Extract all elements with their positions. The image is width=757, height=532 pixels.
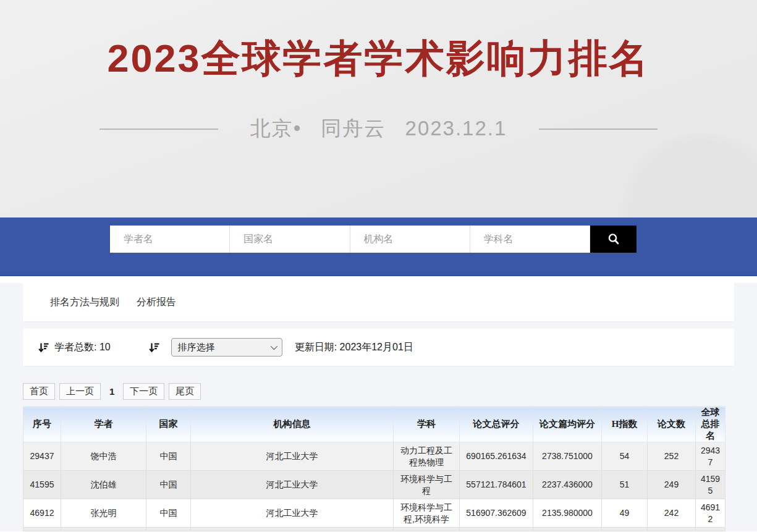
ranking-table-wrap: 序号学者国家机构信息学科论文总评分论文篇均评分H指数论文数全球总排名 29437… <box>23 406 734 531</box>
table-cell: 沈伯雄 <box>61 471 146 499</box>
column-header: 论文篇均评分 <box>533 407 602 442</box>
search-input-institution[interactable] <box>350 226 470 253</box>
table-row: 46912张光明中国河北工业大学环境科学与工程,环境科学516907.36260… <box>23 499 725 528</box>
table-cell: 41595 <box>696 471 725 499</box>
toolbar-card: 学者总数: 10 排序选择 更新日期: 2023年12月01日 <box>23 329 734 366</box>
table-cell: 54 <box>602 442 648 471</box>
pagination-next-button[interactable]: 下一页 <box>123 383 164 400</box>
table-cell <box>648 528 696 531</box>
banner: 2023全球学者学术影响力排名 北京• 同舟云 2023.12.1 <box>0 0 757 217</box>
column-header: 机构信息 <box>191 407 394 442</box>
search-input-scholar[interactable] <box>110 226 230 253</box>
search-input-country[interactable] <box>230 226 350 253</box>
table-cell: 46912 <box>23 499 61 528</box>
table-cell: 242 <box>648 499 696 528</box>
table-header-row: 序号学者国家机构信息学科论文总评分论文篇均评分H指数论文数全球总排名 <box>23 407 725 442</box>
table-cell <box>602 528 648 531</box>
column-header: 学者 <box>61 407 146 442</box>
table-cell: 饶中浩 <box>61 442 146 471</box>
sort-select[interactable]: 排序选择 <box>171 338 282 357</box>
table-cell: 河北工业大学 <box>191 499 394 528</box>
column-header: 序号 <box>23 407 61 442</box>
search-button[interactable] <box>590 226 636 253</box>
sort-descending-icon <box>38 342 49 353</box>
pagination: 首页 上一页 1 下一页 尾页 <box>23 383 734 400</box>
table-cell: 动力工程及工程热物理 <box>394 442 460 471</box>
table-cell: 2135.980000 <box>533 499 602 528</box>
banner-subtitle: 北京• 同舟云 2023.12.1 <box>0 115 757 143</box>
update-date: 更新日期: 2023年12月01日 <box>295 341 413 354</box>
table-cell: 557121.784601 <box>460 471 533 499</box>
table-cell: 49 <box>602 499 648 528</box>
scholar-total-value: 10 <box>99 342 111 352</box>
table-cell: 29437 <box>23 442 61 471</box>
update-date-value: 2023年12月01日 <box>340 342 413 352</box>
column-header: 国家 <box>146 407 191 442</box>
ranking-table: 序号学者国家机构信息学科论文总评分论文篇均评分H指数论文数全球总排名 29437… <box>23 406 725 531</box>
scholar-total: 学者总数: 10 <box>54 341 111 354</box>
nav-card: 排名方法与规则 分析报告 <box>23 283 734 321</box>
table-cell: 46912 <box>696 499 725 528</box>
table-cell: 690165.261634 <box>460 442 533 471</box>
table-cell: 2237.436000 <box>533 471 602 499</box>
column-header: 学科 <box>394 407 460 442</box>
subtitle-left-line <box>99 129 218 130</box>
table-cell: 51 <box>602 471 648 499</box>
column-header: 全球总排名 <box>696 407 725 442</box>
column-header: 论文数 <box>648 407 696 442</box>
table-cell: 516907.362609 <box>460 499 533 528</box>
search-band <box>0 217 757 276</box>
column-header: 论文总评分 <box>460 407 533 442</box>
table-cell <box>533 528 602 531</box>
content-area: 排名方法与规则 分析报告 学者总数: 10 排序选择 <box>0 283 757 532</box>
subtitle-right-line <box>539 129 658 130</box>
chevron-down-icon <box>270 343 277 350</box>
table-cell: 41595 <box>23 471 61 499</box>
table-cell <box>191 528 394 531</box>
table-cell: 中国 <box>146 499 191 528</box>
pagination-current-page: 1 <box>109 386 114 397</box>
pagination-prev-button[interactable]: 上一页 <box>59 383 101 400</box>
table-cell <box>23 528 61 531</box>
pagination-last-button[interactable]: 尾页 <box>169 383 201 400</box>
sort-select-value: 排序选择 <box>178 342 271 353</box>
banner-subtitle-text: 北京• 同舟云 2023.12.1 <box>250 115 507 143</box>
table-cell: 252 <box>648 442 696 471</box>
search-input-subject[interactable] <box>470 226 590 253</box>
search-icon <box>607 232 620 246</box>
nav-link-analysis-report[interactable]: 分析报告 <box>137 296 176 309</box>
table-row-partial <box>23 528 725 531</box>
table-cell: 河北工业大学 <box>191 442 394 471</box>
nav-link-ranking-method[interactable]: 排名方法与规则 <box>50 296 119 309</box>
table-cell: 环境科学与工程,环境科学 <box>394 499 460 528</box>
table-row: 41595沈伯雄中国河北工业大学环境科学与工程557121.7846012237… <box>23 471 725 499</box>
table-cell <box>61 528 146 531</box>
pagination-first-button[interactable]: 首页 <box>23 383 55 400</box>
table-cell: 中国 <box>146 442 191 471</box>
table-cell: 环境科学与工程 <box>394 471 460 499</box>
table-cell: 张光明 <box>61 499 146 528</box>
table-cell: 河北工业大学 <box>191 471 394 499</box>
table-cell <box>146 528 191 531</box>
table-cell: 2738.751000 <box>533 442 602 471</box>
table-row: 29437饶中浩中国河北工业大学动力工程及工程热物理690165.2616342… <box>23 442 725 471</box>
page-title: 2023全球学者学术影响力排名 <box>0 32 757 85</box>
banner-decor-circle <box>621 131 757 217</box>
update-date-label: 更新日期: <box>295 342 337 352</box>
column-header: H指数 <box>602 407 648 442</box>
scholar-total-label: 学者总数: <box>54 342 96 352</box>
table-cell: 249 <box>648 471 696 499</box>
table-cell <box>394 528 460 531</box>
search-box <box>110 226 636 253</box>
sort-descending-icon <box>149 342 159 353</box>
table-cell <box>696 528 725 531</box>
table-cell: 29437 <box>696 442 725 471</box>
table-cell <box>460 528 533 531</box>
table-cell: 中国 <box>146 471 191 499</box>
